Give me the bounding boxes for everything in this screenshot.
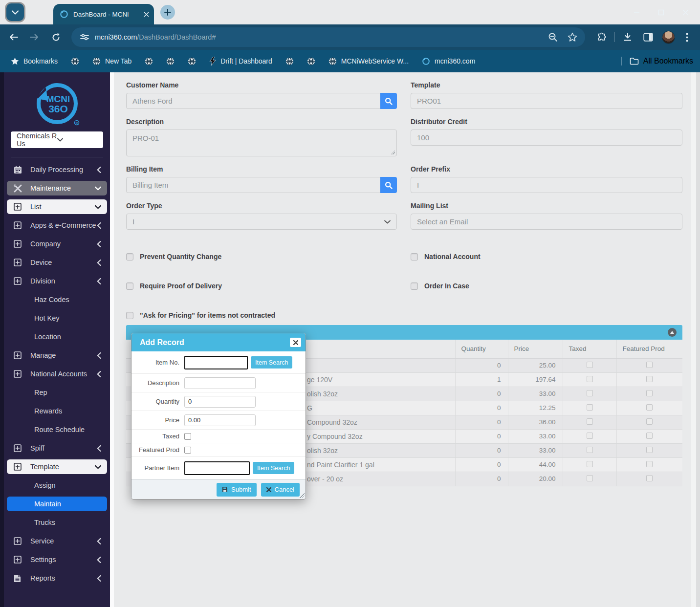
- sidebar-item-rewards[interactable]: Rewards: [7, 404, 107, 418]
- bookmark-item-bookmarks[interactable]: Bookmarks: [11, 57, 58, 65]
- mailing-list-input[interactable]: Select an Email: [411, 214, 682, 230]
- order-in-case-checkbox[interactable]: [411, 282, 418, 290]
- modal-quantity-input[interactable]: 0: [184, 396, 256, 408]
- back-icon[interactable]: [8, 32, 19, 43]
- sidebar-item-maintain[interactable]: Maintain: [7, 497, 107, 511]
- cell-taxed-checkbox[interactable]: [587, 433, 593, 439]
- cell-featured-prod-checkbox[interactable]: [646, 404, 653, 411]
- cell-taxed-checkbox[interactable]: [587, 362, 593, 368]
- item-no-search-button[interactable]: Item Search: [251, 356, 292, 369]
- modal-close-button[interactable]: [290, 338, 301, 347]
- partner-item-input[interactable]: [184, 461, 250, 475]
- col-header-featured-prod[interactable]: Featured Prod: [616, 340, 682, 358]
- sidebar-item-route-schedule[interactable]: Route Schedule: [7, 422, 107, 437]
- sidebar-item-national-accounts[interactable]: National Accounts: [7, 367, 107, 381]
- customer-name-input[interactable]: Athens Ford: [126, 93, 380, 109]
- new-tab-button[interactable]: [160, 5, 175, 20]
- distributor-credit-input[interactable]: 100: [411, 130, 682, 146]
- profile-avatar[interactable]: [662, 31, 675, 44]
- page-scrollbar[interactable]: [691, 72, 700, 607]
- order-type-select[interactable]: I: [126, 214, 397, 230]
- billing-item-input[interactable]: Billing Item: [126, 177, 380, 193]
- cell-taxed-checkbox[interactable]: [587, 404, 593, 411]
- sidebar-item-company[interactable]: Company: [7, 237, 107, 251]
- url-bar[interactable]: mcni360.com/DashBoard/DashBoard#: [71, 27, 585, 47]
- cell-featured-prod-checkbox[interactable]: [646, 376, 653, 382]
- bookmark-item-mcniwebservice-w[interactable]: MCNiWebService W...: [328, 57, 409, 65]
- sidebar-item-division[interactable]: Division: [7, 274, 107, 288]
- col-header-taxed[interactable]: Taxed: [563, 340, 616, 358]
- col-header-quantity[interactable]: Quantity: [455, 340, 508, 358]
- cell-taxed-checkbox[interactable]: [587, 461, 593, 467]
- forward-icon[interactable]: [29, 32, 40, 43]
- extensions-icon[interactable]: [596, 31, 608, 43]
- cell-featured-prod-checkbox[interactable]: [646, 447, 653, 453]
- modal-featured-prod-checkbox[interactable]: [184, 447, 191, 454]
- sidebar-item-device[interactable]: Device: [7, 255, 107, 270]
- tab-close-icon[interactable]: [144, 12, 149, 17]
- item-no-input[interactable]: [184, 356, 248, 369]
- prevent-quantity-change-checkbox[interactable]: [126, 253, 133, 260]
- cell-featured-prod-checkbox[interactable]: [646, 362, 653, 368]
- add-record-modal-header[interactable]: Add Record: [131, 333, 306, 351]
- cell-featured-prod-checkbox[interactable]: [646, 475, 653, 481]
- side-panel-icon[interactable]: [642, 31, 654, 43]
- cell-taxed-checkbox[interactable]: [587, 475, 593, 481]
- modal-resize-handle[interactable]: [300, 493, 305, 498]
- billing-item-search-button[interactable]: [380, 177, 397, 193]
- require-proof-of-delivery-checkbox[interactable]: [126, 282, 133, 290]
- sidebar-item-location[interactable]: Location: [7, 329, 107, 344]
- sidebar-item-settings[interactable]: Settings: [7, 552, 107, 567]
- bookmark-item[interactable]: [145, 57, 153, 65]
- sidebar-item-maintenance[interactable]: Maintenance: [7, 181, 107, 195]
- cell-taxed-checkbox[interactable]: [587, 418, 593, 425]
- sidebar-item-template[interactable]: Template: [7, 459, 107, 474]
- sidebar-item-list[interactable]: List: [7, 199, 107, 214]
- window-maximize-button[interactable]: [657, 8, 665, 16]
- cell-taxed-checkbox[interactable]: [587, 447, 593, 453]
- order-prefix-input[interactable]: I: [411, 177, 682, 193]
- cell-featured-prod-checkbox[interactable]: [646, 418, 653, 425]
- sidebar-item-rep[interactable]: Rep: [7, 385, 107, 400]
- reload-icon[interactable]: [50, 32, 61, 43]
- sidebar-item-assign[interactable]: Assign: [7, 478, 107, 493]
- bookmark-item[interactable]: [166, 57, 175, 65]
- menu-kebab-icon[interactable]: [681, 31, 693, 43]
- window-minimize-button[interactable]: [633, 8, 640, 16]
- modal-description-input[interactable]: [184, 377, 256, 389]
- company-selector[interactable]: Chemicals R Us: [11, 131, 103, 148]
- bookmark-item-mcni360-com[interactable]: mcni360.com: [422, 57, 475, 65]
- all-bookmarks-button[interactable]: All Bookmarks: [643, 57, 693, 65]
- modal-price-input[interactable]: 0.00: [184, 414, 256, 426]
- sidebar-item-hot-key[interactable]: Hot Key: [7, 311, 107, 325]
- partner-item-search-button[interactable]: Item Search: [253, 462, 294, 474]
- customer-search-button[interactable]: [380, 93, 397, 109]
- col-header-price[interactable]: Price: [508, 340, 563, 358]
- tab-search-button[interactable]: [6, 3, 24, 21]
- zoom-icon[interactable]: [548, 32, 558, 42]
- bookmark-star-icon[interactable]: [568, 32, 577, 42]
- sidebar-item-trucks[interactable]: Trucks: [7, 515, 107, 530]
- cell-taxed-checkbox[interactable]: [587, 390, 593, 396]
- window-close-button[interactable]: [681, 8, 689, 16]
- sidebar-item-manage[interactable]: Manage: [7, 348, 107, 363]
- bookmark-item[interactable]: [285, 57, 294, 65]
- site-settings-icon[interactable]: [80, 33, 89, 41]
- bookmark-item[interactable]: [71, 57, 79, 65]
- cancel-button[interactable]: Cancel: [261, 483, 300, 497]
- national-account-checkbox[interactable]: [411, 253, 418, 260]
- sidebar-item-spiff[interactable]: Spiff: [7, 441, 107, 455]
- cell-featured-prod-checkbox[interactable]: [646, 390, 653, 396]
- cell-taxed-checkbox[interactable]: [587, 376, 593, 382]
- sidebar-item-haz-codes[interactable]: Haz Codes: [7, 292, 107, 307]
- ask-for-pricing-checkbox[interactable]: [126, 312, 133, 319]
- sidebar-item-service[interactable]: Service: [7, 534, 107, 548]
- sidebar-item-apps-e-commerce[interactable]: Apps & e-Commerce: [7, 218, 107, 233]
- panel-collapse-button[interactable]: [668, 328, 677, 337]
- bookmark-item[interactable]: [188, 57, 196, 65]
- template-input[interactable]: PRO01: [411, 93, 682, 109]
- bookmark-item-drift-dashboard[interactable]: Drift | Dashboard: [209, 57, 272, 65]
- modal-taxed-checkbox[interactable]: [184, 433, 191, 440]
- cell-featured-prod-checkbox[interactable]: [646, 461, 653, 467]
- description-textarea[interactable]: PRO-01: [126, 130, 397, 156]
